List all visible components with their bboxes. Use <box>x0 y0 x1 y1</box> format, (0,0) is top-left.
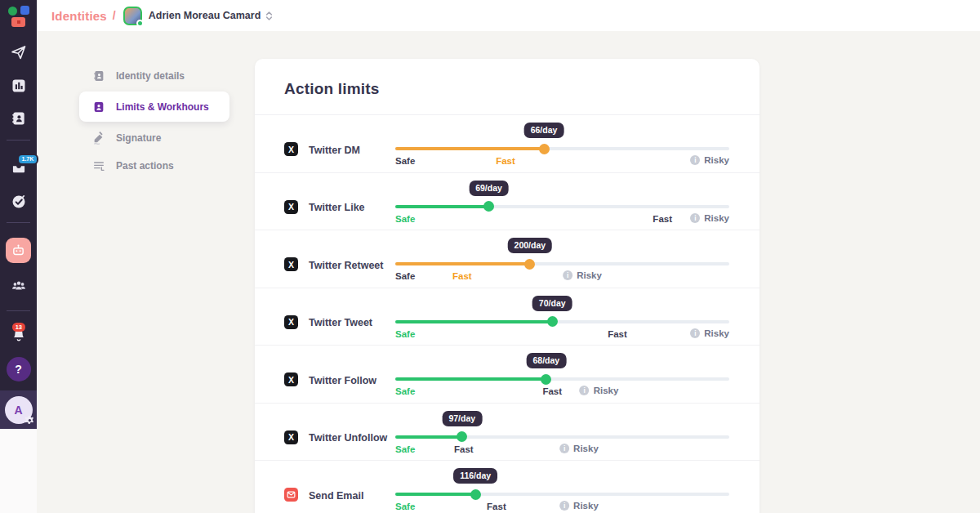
action-label: Twitter Like <box>309 202 365 213</box>
action-limit-slider: 116/day Safe Fast i Risky <box>395 461 729 513</box>
zone-labels: Safe Fast i Risky <box>395 386 729 399</box>
slider-handle[interactable] <box>470 489 481 500</box>
user-avatar: A <box>5 396 33 424</box>
value-badge: 116/day <box>453 468 497 484</box>
value-badge: 97/day <box>442 411 482 426</box>
sidebar-item-inbox[interactable]: 1.7K <box>0 155 37 180</box>
rail-divider <box>7 310 30 311</box>
menu-item-label: Limits & Workhours <box>116 101 209 113</box>
action-limit-row: X Twitter Tweet 70/day Safe Fast i Risky <box>255 288 760 345</box>
gear-icon <box>24 415 35 426</box>
rail-divider <box>7 222 30 223</box>
action-limit-slider: 68/day Safe Fast i Risky <box>395 346 729 403</box>
breadcrumb-identities-link[interactable]: Identities <box>51 9 107 23</box>
risky-info-icon[interactable]: i <box>559 444 569 453</box>
identity-avatar <box>123 7 142 25</box>
email-icon <box>284 488 298 502</box>
slider-track[interactable] <box>395 147 729 150</box>
notifications-button[interactable]: 13 <box>0 323 37 349</box>
slider-handle[interactable] <box>541 374 551 385</box>
action-label: Twitter Follow <box>309 375 376 386</box>
value-badge: 200/day <box>508 238 553 253</box>
zone-label-safe: Safe <box>395 214 415 224</box>
zone-label-safe: Safe <box>395 386 415 396</box>
twitter-x-icon: X <box>284 430 298 444</box>
chevron-updown-icon[interactable] <box>265 11 273 21</box>
zone-label-fast: Fast <box>487 502 506 511</box>
slider-track[interactable] <box>395 377 729 381</box>
menu-item-signature[interactable]: Signature <box>79 124 229 152</box>
slider-handle[interactable] <box>539 144 550 154</box>
sidebar-item-reports[interactable] <box>0 74 37 97</box>
twitter-x-icon: X <box>284 257 298 271</box>
slider-fill <box>395 147 544 150</box>
value-badge: 70/day <box>532 296 572 311</box>
slider-handle[interactable] <box>483 201 494 212</box>
risky-info-icon[interactable]: i <box>559 501 569 511</box>
twitter-x-icon: X <box>284 315 298 329</box>
sidebar-item-leads[interactable] <box>0 107 37 130</box>
slider-fill <box>395 435 462 439</box>
menu-item-identity-details[interactable]: Identity details <box>79 62 229 90</box>
breadcrumb-separator: / <box>113 9 116 22</box>
zone-label-safe: Safe <box>395 329 415 339</box>
slider-handle[interactable] <box>547 316 558 327</box>
slider-fill <box>395 377 546 381</box>
risky-info-icon[interactable]: i <box>690 155 700 165</box>
slider-fill <box>395 493 475 496</box>
risky-info-icon[interactable]: i <box>563 270 572 280</box>
sidebar-item-team[interactable] <box>0 274 37 297</box>
zone-label-risky: i Risky <box>563 270 602 280</box>
page-title: Action limits <box>284 80 380 98</box>
slider-track[interactable] <box>395 320 729 323</box>
menu-item-past-actions[interactable]: Past actions <box>79 152 229 180</box>
zone-label-fast: Fast <box>542 386 562 396</box>
sidebar-item-identities-active[interactable] <box>0 236 37 264</box>
action-limit-row: X Twitter Follow 68/day Safe Fast i Risk… <box>255 345 760 402</box>
risky-info-icon[interactable]: i <box>580 386 590 395</box>
zone-label-risky: i Risky <box>690 155 729 165</box>
slider-track[interactable] <box>395 205 729 208</box>
app-logo[interactable] <box>0 3 37 29</box>
logo-icon <box>8 6 29 27</box>
value-badge: 68/day <box>527 353 567 368</box>
zone-label-safe: Safe <box>395 271 415 281</box>
people-icon <box>11 278 27 294</box>
id-card-icon <box>92 69 105 83</box>
zone-labels: Safe Fast i Risky <box>395 270 729 283</box>
notification-count-badge: 13 <box>12 323 24 332</box>
question-mark-icon: ? <box>7 357 31 381</box>
sidebar-item-tasks[interactable] <box>0 190 37 213</box>
zone-labels: Safe Fast i Risky <box>395 501 729 513</box>
help-button[interactable]: ? <box>0 355 37 383</box>
user-menu[interactable]: A <box>0 390 37 429</box>
online-status-dot <box>136 20 144 27</box>
slider-fill <box>395 205 489 208</box>
slider-fill <box>395 320 552 323</box>
zone-labels: Safe Fast i Risky <box>395 444 729 457</box>
limits-book-icon <box>92 100 105 114</box>
action-label: Twitter Tweet <box>309 317 372 328</box>
slider-handle[interactable] <box>457 431 467 442</box>
value-badge: 69/day <box>469 181 509 196</box>
history-list-icon <box>92 159 105 172</box>
bar-chart-icon <box>11 78 27 94</box>
sidebar-item-campaigns[interactable] <box>0 41 37 64</box>
identity-selector[interactable]: Adrien Moreau Camard <box>149 10 261 21</box>
risky-text: Risky <box>704 328 729 338</box>
risky-info-icon[interactable]: i <box>690 328 700 338</box>
rail-divider <box>7 140 30 141</box>
check-circle-icon <box>11 194 27 210</box>
inbox-count-badge: 1.7K <box>17 154 39 165</box>
slider-track[interactable] <box>395 262 729 265</box>
action-label: Send Email <box>309 490 363 502</box>
slider-handle[interactable] <box>524 259 535 270</box>
robot-icon <box>6 238 31 263</box>
menu-item-limits-workhours[interactable]: Limits & Workhours <box>79 91 229 122</box>
zone-label-risky: i Risky <box>690 328 729 338</box>
slider-track[interactable] <box>395 435 729 439</box>
zone-label-risky: i Risky <box>559 501 599 511</box>
zone-label-risky: i Risky <box>580 386 619 395</box>
risky-info-icon[interactable]: i <box>690 213 700 223</box>
slider-track[interactable] <box>395 493 729 496</box>
